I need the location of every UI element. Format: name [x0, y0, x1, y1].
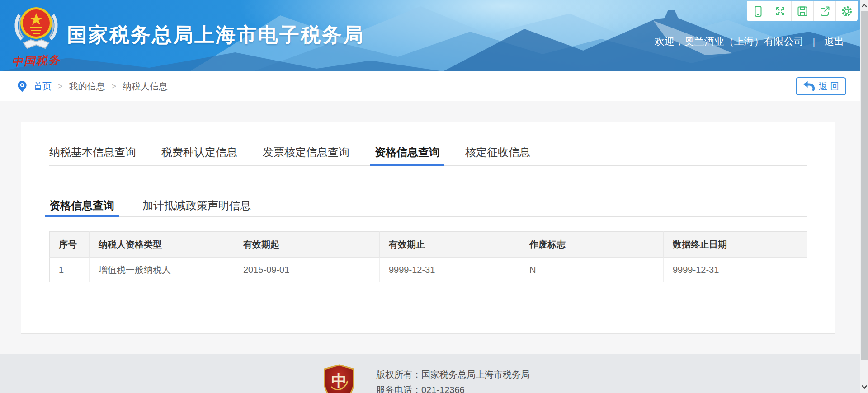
- breadcrumb-separator: >: [58, 82, 63, 91]
- scrollbar-thumb[interactable]: [861, 11, 868, 360]
- site-header: 中国税务 国家税务总局上海市电子税务局: [0, 0, 868, 71]
- breadcrumb-bar: 首页 > 我的信息 > 纳税人信息 返 回: [0, 71, 868, 101]
- share-icon[interactable]: [813, 1, 835, 21]
- subtab-qualification-info[interactable]: 资格信息查询: [49, 198, 114, 216]
- col-header-valid-from: 有效期起: [234, 232, 380, 258]
- tax-shield-badge: 中: [323, 364, 355, 393]
- breadcrumb-home-link[interactable]: 首页: [33, 80, 52, 93]
- tab-basic-tax-info[interactable]: 纳税基本信息查询: [49, 145, 136, 165]
- footer-text: 版权所有：国家税务总局上海市税务局 服务电话：021-12366: [376, 364, 530, 393]
- col-header-seq: 序号: [50, 232, 90, 258]
- back-button[interactable]: 返 回: [796, 77, 846, 95]
- main-tab-bar: 纳税基本信息查询 税费种认定信息 发票核定信息查询 资格信息查询 核定征收信息: [49, 122, 807, 166]
- cell-qualification-type: 增值税一般纳税人: [90, 258, 234, 282]
- tab-invoice-verification[interactable]: 发票核定信息查询: [263, 145, 349, 165]
- fullscreen-icon[interactable]: [769, 1, 791, 21]
- table-header-row: 序号 纳税人资格类型 有效期起 有效期止 作废标志 数据终止日期: [50, 232, 807, 258]
- settings-icon[interactable]: [835, 1, 858, 21]
- col-header-qualification-type: 纳税人资格类型: [90, 232, 234, 258]
- back-button-label: 返 回: [819, 80, 840, 93]
- col-header-data-end-date: 数据终止日期: [664, 232, 807, 258]
- scroll-up-arrow-icon[interactable]: [860, 1, 868, 9]
- cell-data-end-date: 9999-12-31: [664, 258, 807, 282]
- return-arrow-icon: [803, 81, 815, 92]
- breadcrumb-current: 纳税人信息: [123, 80, 168, 93]
- user-bar: 欢迎，奥兰酒业（上海）有限公司 | 退出: [655, 35, 844, 48]
- brand-caption: 中国税务: [9, 52, 62, 69]
- qualification-table: 序号 纳税人资格类型 有效期起 有效期止 作废标志 数据终止日期 1 增值税一般…: [49, 231, 807, 282]
- cell-seq: 1: [50, 258, 90, 282]
- service-phone-line: 服务电话：021-12366: [376, 382, 530, 393]
- location-pin-icon: [17, 80, 27, 93]
- breadcrumb-my-info-link[interactable]: 我的信息: [69, 80, 105, 93]
- save-icon[interactable]: [791, 1, 813, 21]
- taxpayer-info-card: 纳税基本信息查询 税费种认定信息 发票核定信息查询 资格信息查询 核定征收信息 …: [21, 122, 835, 334]
- site-title: 国家税务总局上海市电子税务局: [67, 22, 364, 48]
- cell-valid-to: 9999-12-31: [380, 258, 520, 282]
- welcome-text: 欢迎，奥兰酒业（上海）有限公司: [655, 35, 804, 48]
- page: 中国税务 国家税务总局上海市电子税务局: [0, 0, 868, 393]
- tax-bureau-emblem-logo: [13, 2, 60, 56]
- col-header-valid-to: 有效期止: [380, 232, 520, 258]
- cell-valid-from: 2015-09-01: [234, 258, 380, 282]
- tab-qualification-info[interactable]: 资格信息查询: [375, 145, 440, 165]
- quick-toolbar: [747, 1, 858, 21]
- page-footer: 中 版权所有：国家税务总局上海市税务局 服务电话：021-12366: [0, 354, 868, 393]
- subtab-additional-deduction-policy[interactable]: 加计抵减政策声明信息: [142, 198, 251, 216]
- divider: |: [813, 37, 815, 47]
- table-row: 1 增值税一般纳税人 2015-09-01 9999-12-31 N 9999-…: [50, 258, 807, 282]
- breadcrumb: 首页 > 我的信息 > 纳税人信息: [17, 71, 168, 101]
- scroll-down-arrow-icon[interactable]: [860, 383, 868, 391]
- mobile-icon[interactable]: [747, 1, 769, 21]
- tab-tax-type-determination[interactable]: 税费种认定信息: [161, 145, 237, 165]
- logout-link[interactable]: 退出: [824, 35, 844, 48]
- vertical-scrollbar: [860, 0, 868, 393]
- copyright-line: 版权所有：国家税务总局上海市税务局: [376, 367, 530, 382]
- breadcrumb-separator: >: [112, 82, 117, 91]
- tab-assessed-collection[interactable]: 核定征收信息: [465, 145, 530, 165]
- sub-tab-bar: 资格信息查询 加计抵减政策声明信息: [49, 166, 807, 217]
- col-header-void-flag: 作废标志: [520, 232, 664, 258]
- cell-void-flag: N: [520, 258, 664, 282]
